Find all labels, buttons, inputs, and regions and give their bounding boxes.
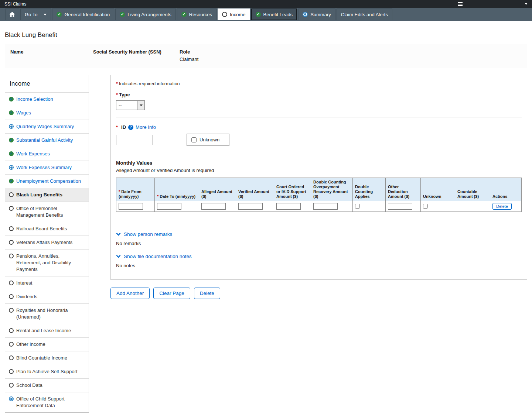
sidebar-item-label: Black Lung Benefits <box>16 192 62 198</box>
check-circle-icon: ✓ <box>9 97 14 102</box>
check-circle-icon: ✓ <box>9 151 14 156</box>
sidebar-item-label: Other Income <box>16 341 45 348</box>
id-fields: Unknown <box>116 134 522 146</box>
sidebar-item-school-data[interactable]: School Data <box>5 378 89 392</box>
role-value: Claimant <box>180 56 522 62</box>
empty-circle-icon <box>9 281 14 285</box>
target-icon <box>9 124 14 129</box>
court-ordered-or-iv-d-support-amount-input[interactable] <box>276 203 301 210</box>
row-delete-button[interactable]: Delete <box>492 203 512 210</box>
sidebar-item-label: Work Expenses Summary <box>16 164 72 171</box>
date-from-mm-yyyy-input[interactable] <box>119 203 143 210</box>
sidebar-item-label: Pensions, Annuities, Retirement, and Dis… <box>16 253 85 273</box>
column-header-court-ordered-or-iv-d-support-amount: Court Ordered or IV-D Support Amount ($) <box>274 178 311 201</box>
empty-circle-icon <box>9 369 14 374</box>
nav-tab-benefit-leads[interactable]: ✓Benefit Leads <box>251 8 297 20</box>
claimant-role-col: Role Claimant <box>180 49 522 62</box>
check-circle-icon: ✓ <box>181 12 187 17</box>
sidebar-item-label: Substantial Gainful Activity <box>16 137 73 144</box>
main-column: *Indicates required information *Type --… <box>110 75 527 299</box>
cell-double-counting-overpayment-recovery-amount <box>311 201 353 212</box>
sidebar-item-unemployment-compensation[interactable]: ✓Unemployment Compensation <box>5 174 89 188</box>
sidebar-item-dividends[interactable]: Dividends <box>5 290 89 303</box>
claimant-name-col: Name <box>10 49 93 62</box>
double-counting-applies-checkbox[interactable] <box>355 204 360 209</box>
verified-amount-input[interactable] <box>238 203 263 210</box>
empty-circle-icon <box>9 206 14 211</box>
divider <box>116 219 522 219</box>
nav-tab-income[interactable]: Income <box>218 8 250 20</box>
nav-tab-general-identification[interactable]: ✓General Identification <box>52 8 114 20</box>
monthly-values-title: Monthly Values <box>116 160 522 166</box>
sidebar-item-quarterly-wages-summary[interactable]: Quarterly Wages Summary <box>5 120 89 133</box>
unknown-checkbox[interactable] <box>423 204 428 209</box>
other-deduction-amount-input[interactable] <box>388 203 412 210</box>
sidebar-item-royalties-and-honoraria-unearned[interactable]: Royalties and Honoraria (Unearned) <box>5 303 89 324</box>
sidebar-item-label: Interest <box>16 280 32 286</box>
sidebar-item-label: Office of Child Support Enforcement Data <box>16 396 85 409</box>
id-unknown-checkbox[interactable] <box>191 137 197 142</box>
more-info-link[interactable]: More Info <box>136 124 156 130</box>
double-counting-overpayment-recovery-amount-input[interactable] <box>313 203 338 210</box>
chevron-down-icon <box>116 255 121 258</box>
sidebar-item-substantial-gainful-activity[interactable]: ✓Substantial Gainful Activity <box>5 133 89 147</box>
check-circle-icon: ✓ <box>9 179 14 183</box>
sidebar-item-veterans-affairs-payments[interactable]: Veterans Affairs Payments <box>5 235 89 249</box>
check-circle-icon: ✓ <box>9 138 14 142</box>
chevron-down-icon <box>44 14 47 16</box>
clear-page-button[interactable]: Clear Page <box>153 288 190 299</box>
sidebar-item-label: Dividends <box>16 293 37 300</box>
sidebar-item-office-of-personnel-management-benefits[interactable]: Office of Personnel Management Benefits <box>5 202 89 222</box>
sidebar-item-other-income[interactable]: Other Income <box>5 337 89 351</box>
column-header-actions: Actions <box>490 178 522 201</box>
nav-tab-summary[interactable]: Summary <box>298 8 335 20</box>
nav-tab-resources[interactable]: ✓Resources <box>177 8 216 20</box>
chevron-down-icon <box>116 233 121 236</box>
home-button[interactable] <box>5 8 19 20</box>
sidebar-item-work-expenses-summary[interactable]: Work Expenses Summary <box>5 161 89 174</box>
sidebar-item-work-expenses[interactable]: ✓Work Expenses <box>5 147 89 161</box>
sidebar-item-rental-and-lease-income[interactable]: Rental and Lease Income <box>5 324 89 337</box>
sidebar-item-office-of-child-support-enforcement-data[interactable]: Office of Child Support Enforcement Data <box>5 392 89 412</box>
sidebar-item-railroad-board-benefits[interactable]: Railroad Board Benefits <box>5 222 89 235</box>
empty-circle-icon <box>222 12 227 17</box>
name-value <box>10 56 93 62</box>
sidebar-item-label: Office of Personnel Management Benefits <box>16 205 85 219</box>
sidebar-item-blind-countable-income[interactable]: Blind Countable Income <box>5 351 89 365</box>
cell-alleged-amount <box>199 201 236 212</box>
goto-label: Go To <box>25 12 37 17</box>
empty-circle-icon <box>9 294 14 299</box>
sidebar-item-plan-to-achieve-self-support[interactable]: Plan to Achieve Self-Support <box>5 365 89 378</box>
check-circle-icon: ✓ <box>120 12 125 17</box>
menu-icon[interactable] <box>458 2 463 6</box>
show-file-notes-toggle[interactable]: Show file documentation notes <box>116 254 192 259</box>
delete-button[interactable]: Delete <box>194 288 220 299</box>
caret-down-icon[interactable] <box>525 3 528 5</box>
show-person-remarks-toggle[interactable]: Show person remarks <box>116 231 172 237</box>
nav-tab-living-arrangements[interactable]: ✓Living Arrangements <box>115 8 176 20</box>
column-header-date-to-mm-yyyy: *Date To (mm/yyyy) <box>155 178 199 201</box>
sidebar-item-black-lung-benefits[interactable]: Black Lung Benefits <box>5 188 89 202</box>
nav-tab-claim-edits-and-alerts[interactable]: Claim Edits and Alerts <box>337 8 392 20</box>
sidebar-item-income-selection[interactable]: ✓Income Selection <box>5 92 89 106</box>
sidebar-item-wages[interactable]: ✓Wages <box>5 106 89 120</box>
info-icon[interactable]: ? <box>128 125 133 130</box>
empty-circle-icon <box>9 342 14 347</box>
black-lung-form: *Indicates required information *Type --… <box>110 75 527 280</box>
type-select[interactable]: -- <box>116 100 145 110</box>
sidebar-item-pensions-annuities-retirement-and-disability-payments[interactable]: Pensions, Annuities, Retirement, and Dis… <box>5 249 89 276</box>
sidebar-item-label: Rental and Lease Income <box>16 327 71 334</box>
id-label-row: * ID ? More Info <box>116 124 522 130</box>
sidebar-item-label: Wages <box>16 110 31 116</box>
nav-tab-label: Claim Edits and Alerts <box>341 12 388 17</box>
goto-dropdown[interactable]: Go To <box>20 8 51 20</box>
monthly-values-table: *Date From (mm/yyyy)*Date To (mm/yyyy)Al… <box>116 178 522 212</box>
date-to-mm-yyyy-input[interactable] <box>157 203 181 210</box>
id-input[interactable] <box>116 135 153 145</box>
add-another-button[interactable]: Add Another <box>110 288 150 299</box>
alleged-amount-input[interactable] <box>201 203 226 210</box>
id-unknown-box[interactable]: Unknown <box>187 134 229 146</box>
sidebar-item-interest[interactable]: Interest <box>5 276 89 290</box>
home-icon <box>9 12 15 17</box>
check-circle-icon: ✓ <box>256 12 261 17</box>
